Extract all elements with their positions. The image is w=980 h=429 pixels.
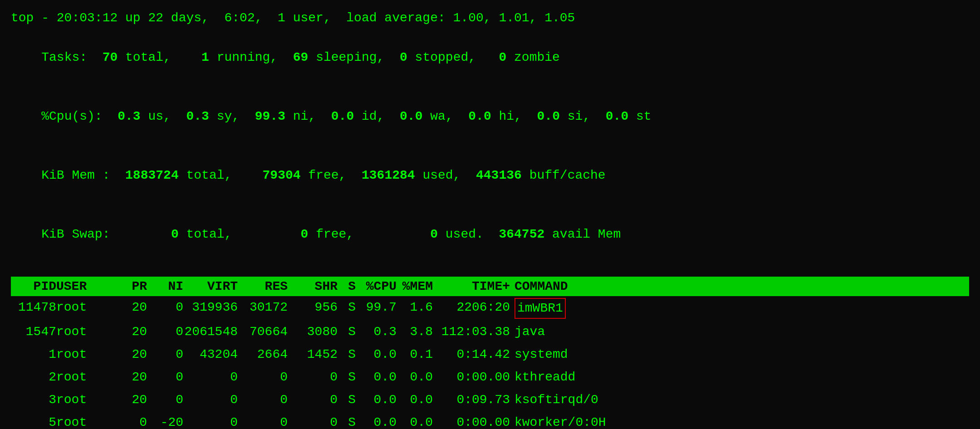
table-row: 5root0-20000S0.00.00:00.00kworker/0:0H — [11, 411, 969, 429]
cell-0: 5 — [15, 413, 56, 429]
cell-2: 20 — [115, 322, 147, 341]
table-row: 2root200000S0.00.00:00.00kthreadd — [11, 366, 969, 389]
col-virt: VIRT — [183, 279, 238, 293]
table-row: 1547root2002061548706643080S0.33.8112:03… — [11, 321, 969, 343]
header-line1: top - 20:03:12 up 22 days, 6:02, 1 user,… — [11, 8, 969, 28]
cell-7: S — [338, 322, 356, 341]
cell-5: 0 — [238, 390, 288, 410]
col-cpu: %CPU — [356, 279, 397, 293]
cell-7: S — [338, 368, 356, 387]
cell-8: 0.0 — [356, 390, 397, 410]
cell-9: 0.1 — [397, 345, 433, 364]
cell-10: 0:00.00 — [433, 368, 510, 387]
cell-10: 2206:20 — [433, 298, 510, 319]
cell-1: root — [56, 413, 115, 429]
header-line3: %Cpu(s): 0.3 us, 0.3 sy, 99.3 ni, 0.0 id… — [11, 87, 969, 146]
cell-cmd: imWBR1 — [510, 298, 601, 319]
cell-4: 0 — [183, 368, 238, 387]
cell-3: 0 — [147, 368, 183, 387]
cell-1: root — [56, 390, 115, 410]
process-table: PID USER PR NI VIRT RES SHR S %CPU %MEM … — [11, 277, 969, 429]
col-pid: PID — [15, 279, 56, 293]
cell-3: 0 — [147, 345, 183, 364]
cell-8: 0.0 — [356, 368, 397, 387]
cell-0: 1547 — [15, 322, 56, 341]
cell-6: 0 — [288, 413, 338, 429]
col-ni: NI — [147, 279, 183, 293]
cell-3: 0 — [147, 298, 183, 319]
cell-7: S — [338, 390, 356, 410]
cell-9: 3.8 — [397, 322, 433, 341]
col-mem: %MEM — [397, 279, 433, 293]
cell-cmd: systemd — [510, 345, 601, 364]
cell-8: 0.3 — [356, 322, 397, 341]
col-pr: PR — [115, 279, 147, 293]
cell-cmd: kthreadd — [510, 368, 601, 387]
table-row: 1root2004320426641452S0.00.10:14.42syste… — [11, 343, 969, 366]
cell-1: root — [56, 368, 115, 387]
cell-5: 0 — [238, 413, 288, 429]
cell-8: 0.0 — [356, 413, 397, 429]
cell-4: 2061548 — [183, 322, 238, 341]
cell-9: 0.0 — [397, 413, 433, 429]
cell-1: root — [56, 322, 115, 341]
cell-6: 3080 — [288, 322, 338, 341]
col-user: USER — [56, 279, 115, 293]
cell-1: root — [56, 345, 115, 364]
table-header-row: PID USER PR NI VIRT RES SHR S %CPU %MEM … — [11, 277, 969, 296]
cell-0: 11478 — [15, 298, 56, 319]
cell-9: 0.0 — [397, 368, 433, 387]
cell-5: 70664 — [238, 322, 288, 341]
cell-8: 0.0 — [356, 345, 397, 364]
col-s: S — [338, 279, 356, 293]
col-time: TIME+ — [433, 279, 510, 293]
cell-3: -20 — [147, 413, 183, 429]
cell-5: 0 — [238, 368, 288, 387]
cell-4: 43204 — [183, 345, 238, 364]
header-line5: KiB Swap: 0 total, 0 free, 0 used. 36475… — [11, 205, 969, 264]
cell-10: 0:09.73 — [433, 390, 510, 410]
cell-3: 0 — [147, 322, 183, 341]
cell-4: 0 — [183, 390, 238, 410]
cell-2: 0 — [115, 413, 147, 429]
cell-0: 2 — [15, 368, 56, 387]
cell-10: 0:00.00 — [433, 413, 510, 429]
cell-4: 319936 — [183, 298, 238, 319]
cell-2: 20 — [115, 298, 147, 319]
cell-cmd: kworker/0:0H — [510, 413, 601, 429]
cell-6: 0 — [288, 368, 338, 387]
cell-3: 0 — [147, 390, 183, 410]
table-body: 11478root20031993630172956S99.71.62206:2… — [11, 296, 969, 429]
col-command: COMMAND — [510, 279, 601, 293]
col-shr: SHR — [288, 279, 338, 293]
col-res: RES — [238, 279, 288, 293]
highlighted-command: imWBR1 — [514, 298, 566, 319]
cell-2: 20 — [115, 390, 147, 410]
cell-5: 30172 — [238, 298, 288, 319]
cell-2: 20 — [115, 345, 147, 364]
cell-5: 2664 — [238, 345, 288, 364]
cell-0: 3 — [15, 390, 56, 410]
cell-0: 1 — [15, 345, 56, 364]
cell-2: 20 — [115, 368, 147, 387]
cell-7: S — [338, 413, 356, 429]
header-section: top - 20:03:12 up 22 days, 6:02, 1 user,… — [11, 8, 969, 264]
cell-6: 0 — [288, 390, 338, 410]
cell-9: 1.6 — [397, 298, 433, 319]
cell-6: 1452 — [288, 345, 338, 364]
header-line2: Tasks: 70 total, 1 running, 69 sleeping,… — [11, 28, 969, 87]
cell-7: S — [338, 345, 356, 364]
cell-9: 0.0 — [397, 390, 433, 410]
cell-cmd: ksoftirqd/0 — [510, 390, 601, 410]
cell-6: 956 — [288, 298, 338, 319]
cell-cmd: java — [510, 322, 601, 341]
table-row: 11478root20031993630172956S99.71.62206:2… — [11, 296, 969, 321]
cell-10: 112:03.38 — [433, 322, 510, 341]
cell-10: 0:14.42 — [433, 345, 510, 364]
cell-8: 99.7 — [356, 298, 397, 319]
cell-7: S — [338, 298, 356, 319]
header-line4: KiB Mem : 1883724 total, 79304 free, 136… — [11, 146, 969, 205]
cell-1: root — [56, 298, 115, 319]
cell-4: 0 — [183, 413, 238, 429]
table-row: 3root200000S0.00.00:09.73ksoftirqd/0 — [11, 389, 969, 411]
